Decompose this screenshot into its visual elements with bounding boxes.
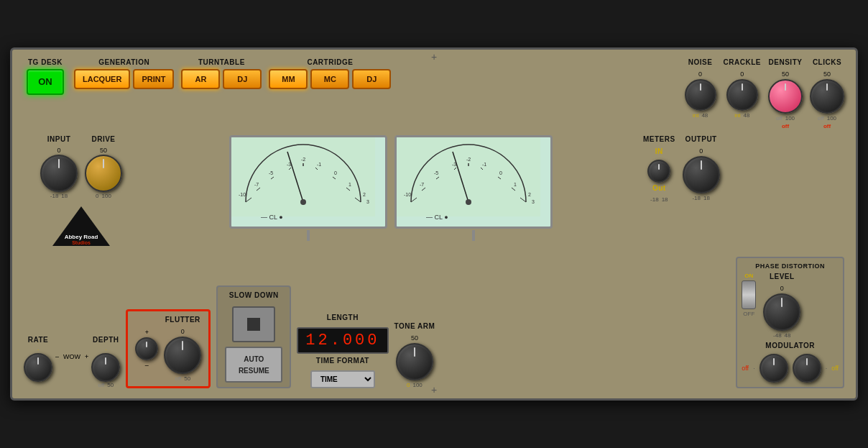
- modulator-knob-right[interactable]: [793, 354, 821, 383]
- modulator-off-left: off: [742, 365, 749, 372]
- phase-level-range: -48 48: [773, 332, 790, 339]
- cartridge-label: CARTRIDGE: [307, 58, 353, 66]
- rate-knob[interactable]: [24, 353, 52, 382]
- vu-right-meter: -10 -7 -5 -3 -2 -1 0 1 2 3 OUTPU: [394, 135, 553, 229]
- noise-knob[interactable]: [685, 79, 716, 111]
- time-format-select[interactable]: TIME BARS SECONDS: [310, 370, 375, 388]
- flutter-label: FLUTTER: [165, 316, 200, 324]
- density-off-indicator: off: [782, 123, 789, 129]
- output-knob[interactable]: [683, 156, 720, 193]
- noise-min: int: [693, 112, 698, 119]
- flutter-knob[interactable]: [164, 337, 201, 374]
- drive-knob[interactable]: [85, 155, 122, 192]
- led-display: 12.000: [297, 327, 388, 354]
- tg-desk-label: TG DESK: [28, 58, 63, 66]
- input-section: INPUT 0 -18 18: [40, 135, 78, 199]
- ar-button[interactable]: AR: [181, 69, 220, 89]
- clicks-label: CLICKS: [813, 58, 841, 66]
- generation-label: GENERATION: [98, 58, 149, 66]
- noise-section: NOISE 0 int 48: [685, 58, 716, 119]
- depth-knob[interactable]: [91, 353, 120, 382]
- mc-button[interactable]: MC: [310, 69, 349, 89]
- rate-row: RATE · – WOW + DEPTH · off: [24, 336, 120, 388]
- slow-down-section: SLOW DOWN AUTORESUME: [216, 285, 291, 388]
- rate-dot: ·: [37, 347, 39, 353]
- phase-distortion-section: PHASE DISTORTION ON OFF LEVEL 0 -48 48: [736, 257, 844, 388]
- drive-value: 50: [100, 147, 107, 154]
- on-button[interactable]: ON: [27, 69, 64, 95]
- clicks-knob[interactable]: [810, 79, 844, 114]
- tone-arm-min: 0: [407, 382, 410, 388]
- vu-left-svg: -10 -7 -5 -3 -2 -1 0 1 2 3: [231, 137, 375, 216]
- generation-buttons: LACQUER PRINT: [74, 69, 174, 89]
- noise-range: int 48: [693, 112, 708, 119]
- auto-resume-button[interactable]: AUTORESUME: [225, 347, 282, 383]
- wow-line-section: – WOW +: [55, 353, 88, 360]
- turntable-label: TURNTABLE: [198, 58, 245, 66]
- svg-text:-1: -1: [482, 162, 486, 167]
- input-range: -18 18: [50, 193, 68, 199]
- phase-level-value: 0: [780, 285, 784, 292]
- phase-on-label: ON: [744, 273, 753, 279]
- stop-button[interactable]: [232, 306, 275, 342]
- crackle-min: int: [734, 112, 740, 119]
- right-panel: METERS IN Out -18 18 OUTPUT 0 -18: [643, 135, 844, 203]
- svg-text:-2: -2: [301, 157, 305, 162]
- phase-level-knob[interactable]: [763, 293, 800, 331]
- mm-button[interactable]: MM: [269, 69, 308, 89]
- wow-minus: –: [55, 353, 59, 360]
- flutter-rate-plus: +: [145, 329, 149, 336]
- generation-section: GENERATION LACQUER PRINT: [74, 58, 174, 89]
- modulator-knob-left[interactable]: [760, 354, 788, 383]
- phase-toggle-section: ON OFF: [742, 273, 756, 317]
- flutter-rate-knob[interactable]: [135, 337, 158, 360]
- vu-right-label: OUTPUT M — CL ●: [394, 214, 448, 221]
- input-min: -18: [50, 193, 59, 199]
- bottom-connector: +: [431, 384, 437, 396]
- svg-text:Studios: Studios: [72, 240, 91, 245]
- phase-level-label: LEVEL: [770, 273, 795, 280]
- crackle-label: CRACKLE: [724, 58, 761, 66]
- phase-distortion-label: PHASE DISTORTION: [742, 262, 839, 270]
- meters-in-knob[interactable]: [647, 160, 670, 183]
- density-knob[interactable]: [768, 79, 803, 114]
- plugin-container: + TG DESK ON GENERATION LACQUER PRINT TU…: [10, 47, 858, 401]
- input-knob[interactable]: [40, 155, 78, 192]
- tone-arm-label: TONE ARM: [394, 322, 435, 330]
- tone-arm-section: TONE ARM 50 0 100: [394, 322, 435, 388]
- svg-text:Abbey Road: Abbey Road: [65, 234, 98, 240]
- bottom-row: RATE · – WOW + DEPTH · off: [24, 257, 844, 388]
- svg-text:1: 1: [514, 182, 517, 187]
- noise-value: 0: [698, 70, 702, 78]
- flutter-range: off 50: [175, 375, 190, 382]
- flutter-max: 50: [184, 375, 190, 382]
- vu-right-svg: -10 -7 -5 -3 -2 -1 0 1 2 3: [397, 137, 540, 216]
- phase-distortion-row: ON OFF LEVEL 0 -48 48: [742, 273, 839, 339]
- vu-meters-section: -10 -7 -5 -3 -2 -1 0 1 2 3: [144, 135, 637, 241]
- input-max: 18: [61, 193, 68, 199]
- logo-svg: Abbey Road Studios: [52, 206, 110, 250]
- dj-button[interactable]: DJ: [223, 69, 262, 89]
- tone-arm-knob[interactable]: [396, 343, 433, 380]
- svg-text:-2: -2: [466, 157, 471, 162]
- crackle-knob[interactable]: [726, 79, 758, 111]
- density-range: off 100: [776, 115, 795, 122]
- output-section: OUTPUT 0 -18 18: [683, 135, 720, 201]
- svg-text:-7: -7: [254, 182, 259, 187]
- wow-plus: +: [85, 353, 88, 360]
- svg-text:-1: -1: [317, 162, 321, 167]
- stop-icon: [247, 318, 260, 331]
- vu-left-needle-base: [307, 230, 310, 241]
- cartridge-section: CARTRIDGE MM MC DJ: [269, 58, 391, 89]
- dj-cartridge-button[interactable]: DJ: [352, 69, 391, 89]
- time-format-dropdown[interactable]: TIME BARS SECONDS: [310, 370, 375, 388]
- svg-text:-5: -5: [269, 170, 273, 175]
- print-button[interactable]: PRINT: [133, 69, 174, 89]
- length-section: LENGTH 12.000 TIME FORMAT TIME BARS SECO…: [297, 314, 388, 388]
- length-label: LENGTH: [327, 314, 359, 321]
- depth-knob-section: DEPTH · off 50: [91, 336, 120, 388]
- drive-range: 0 100: [96, 193, 111, 199]
- lacquer-button[interactable]: LACQUER: [74, 69, 130, 89]
- density-off: off: [776, 115, 782, 122]
- phase-toggle[interactable]: [742, 280, 756, 309]
